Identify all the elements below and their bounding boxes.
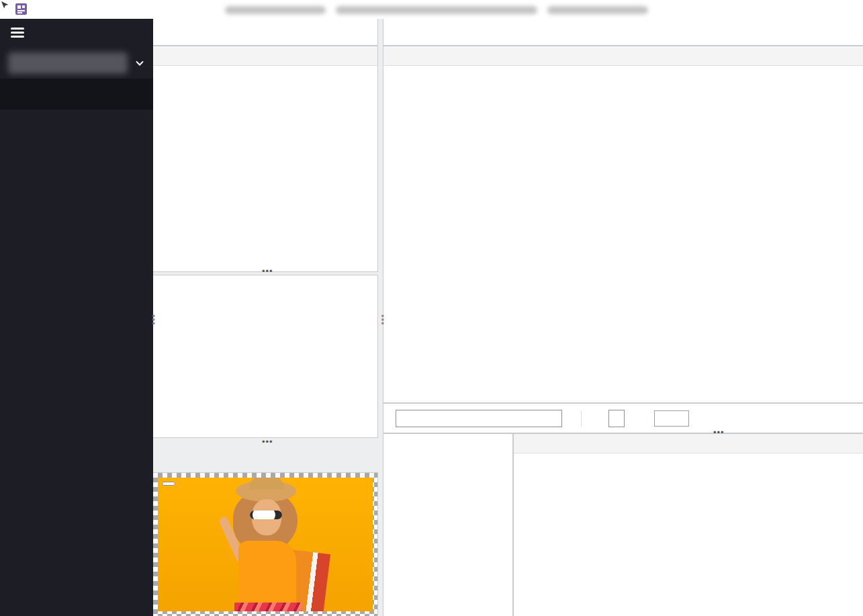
menu-toggle-button[interactable]	[11, 28, 24, 38]
product-detail-tabs-panel	[383, 433, 513, 616]
app-window: ••• ••• ••• •••	[0, 0, 863, 616]
products-table-panel	[383, 46, 863, 403]
redacted-title-text	[547, 6, 648, 14]
image-actions-bar	[153, 445, 378, 472]
cursor-icon	[1, 1, 9, 10]
splitter-handle[interactable]: •••	[713, 430, 725, 435]
photo-skirt	[234, 603, 302, 611]
menu-search-input[interactable]	[19, 88, 146, 100]
sidebar-bottom-bar	[0, 585, 153, 616]
sidebar	[0, 19, 153, 616]
app-logo-icon	[15, 3, 27, 15]
products-filter-panel	[383, 403, 863, 433]
menu-search	[0, 79, 153, 109]
product-categories-panel	[513, 433, 863, 616]
photo-hat-crown	[249, 478, 284, 490]
splitter-handle[interactable]: •••	[262, 269, 273, 274]
redacted-store-name	[8, 52, 128, 74]
image-selection-border	[153, 473, 377, 616]
products-toolbar-panel	[383, 19, 863, 46]
redacted-title-text	[336, 6, 537, 14]
per-page-select[interactable]	[608, 410, 625, 427]
filter-select[interactable]	[396, 410, 562, 427]
splitter-handle[interactable]: •••	[262, 439, 273, 445]
photo-sunglasses	[250, 511, 282, 519]
category-tree-header	[153, 46, 377, 66]
assign-tree-header	[514, 434, 863, 453]
category-tree-panel	[153, 46, 378, 272]
category-image-preview	[158, 478, 373, 611]
products-table-header	[383, 46, 863, 66]
photo-top	[238, 541, 296, 605]
category-toolbar-panel	[153, 19, 378, 46]
category-form-panel	[153, 275, 378, 438]
splitter-handle[interactable]: •••	[379, 314, 385, 326]
title-bar	[0, 0, 863, 19]
image-size-badge	[162, 482, 175, 486]
splitter-handle[interactable]: •••	[150, 314, 156, 326]
page-number-input[interactable]	[654, 410, 689, 427]
chevron-down-icon	[134, 58, 145, 69]
category-image-panel	[153, 472, 378, 616]
redacted-title-text	[225, 6, 326, 14]
store-selector[interactable]	[0, 50, 153, 78]
